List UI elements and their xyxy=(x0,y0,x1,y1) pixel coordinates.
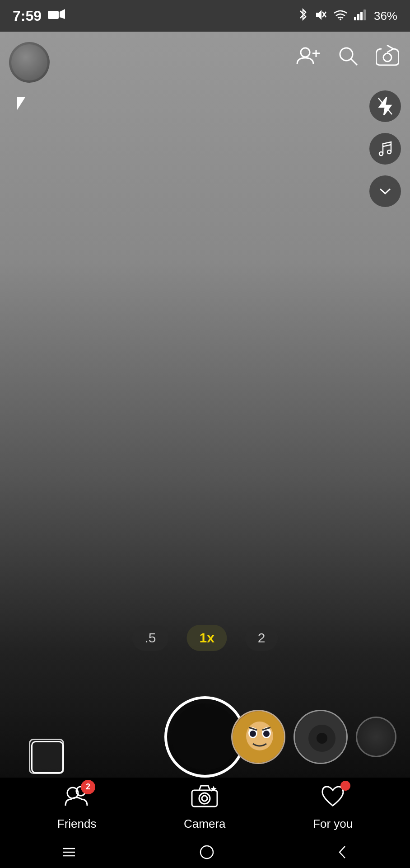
top-controls xyxy=(0,34,410,91)
status-time: 7:59 xyxy=(13,8,42,24)
svg-rect-8 xyxy=(363,9,366,20)
svg-point-35 xyxy=(202,796,207,801)
svg-point-12 xyxy=(340,48,353,61)
zoom-1x-button[interactable]: 1x xyxy=(186,625,227,651)
svg-point-25 xyxy=(263,731,270,737)
music-button[interactable] xyxy=(369,133,401,165)
friends-label: Friends xyxy=(57,817,97,831)
svg-point-14 xyxy=(383,53,391,61)
svg-point-34 xyxy=(199,793,210,804)
svg-rect-0 xyxy=(48,11,59,19)
add-friend-button[interactable] xyxy=(294,42,321,69)
wifi-icon xyxy=(333,9,348,24)
svg-point-30 xyxy=(317,733,327,744)
shutter-inner xyxy=(172,703,238,770)
filter-thumb-partial[interactable] xyxy=(356,717,396,757)
camera-icon xyxy=(191,785,218,812)
flash-button[interactable] xyxy=(369,90,401,122)
battery-indicator: 36% xyxy=(374,9,397,23)
bluetooth-icon xyxy=(298,8,308,24)
svg-point-9 xyxy=(301,48,310,57)
recording-icon xyxy=(48,8,65,24)
signal-icon xyxy=(354,9,368,24)
android-nav-bar xyxy=(0,836,410,868)
svg-line-19 xyxy=(383,145,391,146)
zoom-2x-button[interactable]: 2 xyxy=(245,625,278,651)
memories-button[interactable] xyxy=(27,737,68,778)
status-icons: 36% xyxy=(298,8,397,24)
status-bar: 7:59 xyxy=(0,0,410,32)
for-you-label: For you xyxy=(313,817,353,831)
more-button[interactable] xyxy=(369,175,401,207)
zoom-half-button[interactable]: .5 xyxy=(132,625,168,651)
right-sidebar-icons xyxy=(369,90,401,207)
avatar-image xyxy=(11,44,47,80)
android-recents-button[interactable] xyxy=(61,846,77,859)
svg-point-24 xyxy=(250,731,256,737)
nav-for-you-button[interactable]: For you xyxy=(313,783,353,831)
svg-point-40 xyxy=(200,846,213,859)
nav-friends-button[interactable]: 2 Friends xyxy=(57,783,97,831)
filter-thumb-dark[interactable] xyxy=(294,710,348,764)
friends-badge: 2 xyxy=(81,780,95,794)
mute-icon xyxy=(314,8,327,24)
bottom-nav: 2 Friends Camera xyxy=(0,778,410,836)
for-you-icon-wrap xyxy=(318,783,348,813)
svg-point-17 xyxy=(379,152,383,156)
svg-rect-6 xyxy=(357,14,359,20)
svg-point-18 xyxy=(387,150,391,154)
zoom-controls: .5 1x 2 xyxy=(132,625,278,651)
filter-thumb-anime[interactable] xyxy=(231,710,285,764)
svg-marker-1 xyxy=(60,9,65,19)
camera-icon-wrap xyxy=(190,783,219,813)
for-you-dot xyxy=(340,781,350,791)
flip-camera-button[interactable] xyxy=(374,42,401,69)
memories-icon xyxy=(31,741,64,774)
svg-rect-5 xyxy=(354,17,356,20)
camera-label: Camera xyxy=(184,817,225,831)
filter-thumbnails xyxy=(231,710,405,764)
avatar-button[interactable] xyxy=(9,42,50,83)
shutter-area xyxy=(0,696,410,778)
nav-camera-button[interactable]: Camera xyxy=(184,783,225,831)
friends-icon-wrap: 2 xyxy=(62,783,92,813)
search-button[interactable] xyxy=(334,42,361,69)
svg-line-13 xyxy=(351,59,357,65)
svg-rect-7 xyxy=(360,12,363,20)
android-back-button[interactable] xyxy=(337,844,349,860)
svg-point-4 xyxy=(340,19,341,20)
top-right-icons xyxy=(294,42,401,69)
android-home-button[interactable] xyxy=(199,844,214,860)
